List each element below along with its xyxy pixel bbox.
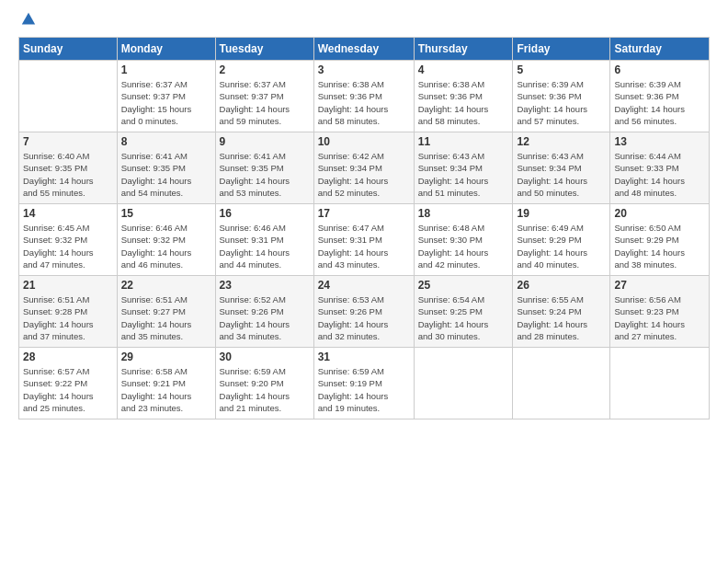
calendar-week-row: 7Sunrise: 6:40 AM Sunset: 9:35 PM Daylig… [19,132,710,204]
calendar-cell: 2Sunrise: 6:37 AM Sunset: 9:37 PM Daylig… [215,61,313,132]
day-info: Sunrise: 6:39 AM Sunset: 9:36 PM Dayligh… [614,78,705,127]
calendar-cell: 1Sunrise: 6:37 AM Sunset: 9:37 PM Daylig… [117,61,215,132]
day-number: 1 [121,63,211,76]
calendar-week-row: 28Sunrise: 6:57 AM Sunset: 9:22 PM Dayli… [19,348,710,419]
day-number: 15 [121,207,211,220]
logo [18,15,37,28]
day-info: Sunrise: 6:38 AM Sunset: 9:36 PM Dayligh… [418,78,509,127]
calendar-cell: 18Sunrise: 6:48 AM Sunset: 9:30 PM Dayli… [414,204,513,276]
calendar-cell: 23Sunrise: 6:52 AM Sunset: 9:26 PM Dayli… [215,276,313,348]
day-number: 2 [220,63,310,76]
calendar-cell [513,348,610,419]
day-number: 24 [318,279,410,292]
day-info: Sunrise: 6:57 AM Sunset: 9:22 PM Dayligh… [23,365,113,414]
day-info: Sunrise: 6:59 AM Sunset: 9:20 PM Dayligh… [220,365,310,414]
day-number: 7 [23,135,113,148]
calendar-cell: 11Sunrise: 6:43 AM Sunset: 9:34 PM Dayli… [414,132,513,204]
day-number: 19 [517,207,606,220]
calendar-cell: 26Sunrise: 6:55 AM Sunset: 9:24 PM Dayli… [513,276,610,348]
calendar-cell: 17Sunrise: 6:47 AM Sunset: 9:31 PM Dayli… [313,204,414,276]
day-number: 25 [418,279,509,292]
day-info: Sunrise: 6:45 AM Sunset: 9:32 PM Dayligh… [23,222,113,270]
day-number: 14 [23,207,113,220]
day-info: Sunrise: 6:41 AM Sunset: 9:35 PM Dayligh… [121,150,211,199]
day-info: Sunrise: 6:46 AM Sunset: 9:31 PM Dayligh… [220,222,310,270]
day-info: Sunrise: 6:43 AM Sunset: 9:34 PM Dayligh… [418,150,509,199]
calendar-cell [610,348,710,419]
day-info: Sunrise: 6:38 AM Sunset: 9:36 PM Dayligh… [318,78,410,127]
day-info: Sunrise: 6:55 AM Sunset: 9:24 PM Dayligh… [517,293,606,342]
calendar-cell [414,348,513,419]
day-number: 26 [517,279,606,292]
day-info: Sunrise: 6:43 AM Sunset: 9:34 PM Dayligh… [517,150,606,199]
calendar-cell: 19Sunrise: 6:49 AM Sunset: 9:29 PM Dayli… [513,204,610,276]
calendar-cell: 31Sunrise: 6:59 AM Sunset: 9:19 PM Dayli… [313,348,414,419]
calendar-week-row: 1Sunrise: 6:37 AM Sunset: 9:37 PM Daylig… [19,61,710,132]
day-info: Sunrise: 6:56 AM Sunset: 9:23 PM Dayligh… [614,293,705,342]
day-number: 22 [121,279,211,292]
day-number: 16 [220,207,310,220]
calendar-cell: 29Sunrise: 6:58 AM Sunset: 9:21 PM Dayli… [117,348,215,419]
calendar-cell: 12Sunrise: 6:43 AM Sunset: 9:34 PM Dayli… [513,132,610,204]
weekday-header: Sunday [19,38,118,61]
calendar-cell: 10Sunrise: 6:42 AM Sunset: 9:34 PM Dayli… [313,132,414,204]
day-info: Sunrise: 6:50 AM Sunset: 9:29 PM Dayligh… [614,222,705,270]
day-info: Sunrise: 6:42 AM Sunset: 9:34 PM Dayligh… [318,150,410,199]
day-number: 30 [220,350,310,363]
day-info: Sunrise: 6:58 AM Sunset: 9:21 PM Dayligh… [121,365,211,414]
calendar-cell: 13Sunrise: 6:44 AM Sunset: 9:33 PM Dayli… [610,132,710,204]
calendar-cell [19,61,118,132]
day-number: 10 [318,135,410,148]
calendar-cell: 27Sunrise: 6:56 AM Sunset: 9:23 PM Dayli… [610,276,710,348]
calendar-week-row: 21Sunrise: 6:51 AM Sunset: 9:28 PM Dayli… [19,276,710,348]
day-info: Sunrise: 6:52 AM Sunset: 9:26 PM Dayligh… [220,293,310,342]
calendar-cell: 22Sunrise: 6:51 AM Sunset: 9:27 PM Dayli… [117,276,215,348]
day-number: 13 [614,135,705,148]
day-number: 21 [23,279,113,292]
svg-marker-0 [22,13,35,25]
calendar-cell: 9Sunrise: 6:41 AM Sunset: 9:35 PM Daylig… [215,132,313,204]
day-info: Sunrise: 6:47 AM Sunset: 9:31 PM Dayligh… [318,222,410,270]
page: SundayMondayTuesdayWednesdayThursdayFrid… [0,0,728,563]
weekday-header: Tuesday [215,38,313,61]
calendar-cell: 14Sunrise: 6:45 AM Sunset: 9:32 PM Dayli… [19,204,118,276]
day-info: Sunrise: 6:46 AM Sunset: 9:32 PM Dayligh… [121,222,211,270]
calendar-cell: 15Sunrise: 6:46 AM Sunset: 9:32 PM Dayli… [117,204,215,276]
calendar-cell: 4Sunrise: 6:38 AM Sunset: 9:36 PM Daylig… [414,61,513,132]
day-number: 4 [418,63,509,76]
day-number: 17 [318,207,410,220]
calendar-cell: 6Sunrise: 6:39 AM Sunset: 9:36 PM Daylig… [610,61,710,132]
weekday-header: Saturday [610,38,710,61]
day-number: 20 [614,207,705,220]
day-number: 9 [220,135,310,148]
day-number: 11 [418,135,509,148]
calendar-cell: 16Sunrise: 6:46 AM Sunset: 9:31 PM Dayli… [215,204,313,276]
day-info: Sunrise: 6:41 AM Sunset: 9:35 PM Dayligh… [220,150,310,199]
logo-icon [20,11,37,28]
weekday-header: Monday [117,38,215,61]
calendar-cell: 20Sunrise: 6:50 AM Sunset: 9:29 PM Dayli… [610,204,710,276]
weekday-header: Thursday [414,38,513,61]
day-info: Sunrise: 6:40 AM Sunset: 9:35 PM Dayligh… [23,150,113,199]
weekday-header: Wednesday [313,38,414,61]
day-info: Sunrise: 6:53 AM Sunset: 9:26 PM Dayligh… [318,293,410,342]
calendar-cell: 25Sunrise: 6:54 AM Sunset: 9:25 PM Dayli… [414,276,513,348]
day-info: Sunrise: 6:37 AM Sunset: 9:37 PM Dayligh… [220,78,310,127]
calendar-cell: 5Sunrise: 6:39 AM Sunset: 9:36 PM Daylig… [513,61,610,132]
calendar-table: SundayMondayTuesdayWednesdayThursdayFrid… [18,37,710,419]
day-number: 31 [318,350,410,363]
day-info: Sunrise: 6:48 AM Sunset: 9:30 PM Dayligh… [418,222,509,270]
day-number: 29 [121,350,211,363]
calendar-cell: 30Sunrise: 6:59 AM Sunset: 9:20 PM Dayli… [215,348,313,419]
day-info: Sunrise: 6:49 AM Sunset: 9:29 PM Dayligh… [517,222,606,270]
calendar-cell: 24Sunrise: 6:53 AM Sunset: 9:26 PM Dayli… [313,276,414,348]
day-number: 27 [614,279,705,292]
calendar-cell: 7Sunrise: 6:40 AM Sunset: 9:35 PM Daylig… [19,132,118,204]
day-number: 6 [614,63,705,76]
day-info: Sunrise: 6:37 AM Sunset: 9:37 PM Dayligh… [121,78,211,127]
day-number: 12 [517,135,606,148]
day-info: Sunrise: 6:59 AM Sunset: 9:19 PM Dayligh… [318,365,410,414]
day-info: Sunrise: 6:54 AM Sunset: 9:25 PM Dayligh… [418,293,509,342]
day-number: 8 [121,135,211,148]
day-info: Sunrise: 6:44 AM Sunset: 9:33 PM Dayligh… [614,150,705,199]
